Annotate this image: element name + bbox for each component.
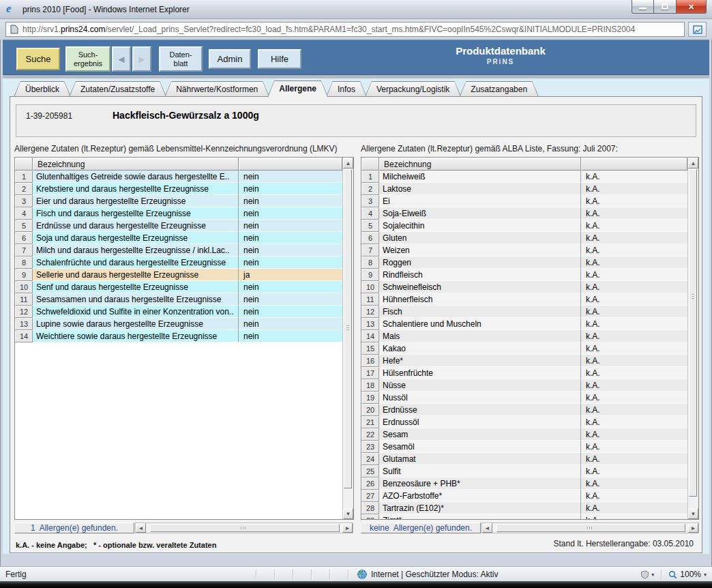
table-row[interactable]: 8 Roggen k.A.	[361, 256, 687, 269]
table-row[interactable]: 2 Krebstiere und daraus hergestellte Erz…	[15, 183, 342, 195]
row-number[interactable]: 13	[361, 318, 379, 330]
row-number[interactable]: 29	[361, 514, 379, 519]
row-number[interactable]: 22	[361, 428, 379, 441]
datasheet-button[interactable]: Daten- blatt	[159, 46, 203, 72]
table-row[interactable]: 29 Zimt* k.A.	[361, 514, 687, 519]
row-number[interactable]: 27	[361, 490, 379, 502]
table-row[interactable]: 4 Soja-Eiweiß k.A.	[361, 207, 687, 220]
column-header-value[interactable]	[581, 158, 687, 171]
row-number[interactable]: 14	[361, 330, 379, 342]
column-header-bezeichnung[interactable]: Bezeichnung	[33, 158, 239, 171]
row-number[interactable]: 12	[15, 306, 33, 318]
close-button[interactable]: ×	[677, 0, 707, 14]
scroll-up-button[interactable]: ▲	[688, 158, 698, 168]
back-button[interactable]: ◄	[112, 46, 131, 72]
row-number[interactable]: 6	[361, 232, 379, 244]
row-number[interactable]: 3	[361, 195, 379, 207]
row-number[interactable]: 19	[361, 392, 379, 404]
table-row[interactable]: 10 Senf und daraus hergestellte Erzeugni…	[15, 281, 342, 293]
alba-vertical-scrollbar[interactable]: ▲ ▼	[687, 158, 698, 519]
row-number[interactable]: 25	[361, 465, 379, 477]
table-row[interactable]: 10 Schweinefleisch k.A.	[361, 281, 687, 293]
table-row[interactable]: 21 Erdnussöl k.A.	[361, 416, 687, 428]
row-number[interactable]: 14	[15, 330, 33, 342]
table-row[interactable]: 16 Hefe* k.A.	[361, 355, 687, 367]
table-row[interactable]: 2 Laktose k.A.	[361, 183, 687, 195]
admin-button[interactable]: Admin	[209, 49, 251, 69]
scroll-left-button[interactable]: ◄	[136, 523, 146, 533]
table-row[interactable]: 18 Nüsse k.A.	[361, 379, 687, 392]
maximize-button[interactable]	[654, 0, 677, 14]
table-row[interactable]: 11 Sesamsamen und daraus hergestellte Er…	[15, 293, 342, 306]
url-input[interactable]: http://srv1.prins24.com/servlet/_Load_pr…	[5, 22, 685, 37]
table-row[interactable]: 27 AZO-Farbstoffe* k.A.	[361, 490, 687, 502]
search-button[interactable]: Suche	[16, 48, 60, 70]
table-row[interactable]: 14 Weichtiere sowie daraus hergestellte …	[15, 330, 342, 342]
scroll-right-button[interactable]: ►	[688, 523, 698, 533]
alba-horizontal-scrollbar[interactable]: ◄ ►	[481, 523, 699, 533]
row-number[interactable]: 4	[361, 207, 379, 220]
row-number[interactable]: 11	[361, 293, 379, 306]
row-number[interactable]: 6	[15, 232, 33, 244]
row-number[interactable]: 5	[15, 220, 33, 232]
row-number[interactable]: 24	[361, 453, 379, 465]
lmkv-horizontal-scrollbar[interactable]: ◄ ►	[135, 523, 353, 533]
search-results-button[interactable]: Such- ergebnis	[65, 46, 110, 72]
row-number[interactable]: 2	[361, 183, 379, 195]
scroll-down-button[interactable]: ▼	[343, 508, 353, 519]
table-row[interactable]: 17 Hülsenfrüchte k.A.	[361, 367, 687, 379]
table-row[interactable]: 24 Glutamat k.A.	[361, 453, 687, 465]
table-row[interactable]: 9 Sellerie und daraus hergestellte Erzeu…	[15, 269, 342, 281]
table-row[interactable]: 5 Erdnüsse und daraus hergestellte Erzeu…	[15, 220, 342, 232]
row-number[interactable]: 8	[361, 256, 379, 269]
row-number[interactable]: 26	[361, 477, 379, 490]
lmkv-status-button[interactable]: 1 Allergen(e) gefunden.	[14, 523, 134, 533]
row-number[interactable]: 16	[361, 355, 379, 367]
table-row[interactable]: 22 Sesam k.A.	[361, 428, 687, 441]
scroll-left-button[interactable]: ◄	[482, 523, 492, 533]
table-row[interactable]: 15 Kakao k.A.	[361, 342, 687, 355]
table-row[interactable]: 13 Lupine sowie daraus hergestellte Erze…	[15, 318, 342, 330]
tab[interactable]: Zusatzangaben	[459, 81, 539, 97]
table-row[interactable]: 8 Schalenfrüchte und daraus hergestellte…	[15, 256, 342, 269]
row-number[interactable]: 21	[361, 416, 379, 428]
forward-button[interactable]: ►	[132, 46, 151, 72]
row-number[interactable]: 8	[15, 256, 33, 269]
table-row[interactable]: 12 Schwefeldioxid und Sulfite in einer K…	[15, 306, 342, 318]
table-row[interactable]: 14 Mais k.A.	[361, 330, 687, 342]
row-number[interactable]: 9	[361, 269, 379, 281]
zoom-level-button[interactable]: 100% ▾	[668, 570, 707, 579]
row-number[interactable]: 17	[361, 367, 379, 379]
row-number[interactable]: 2	[15, 183, 33, 195]
table-row[interactable]: 19 Nussöl k.A.	[361, 392, 687, 404]
row-number[interactable]: 12	[361, 306, 379, 318]
table-row[interactable]: 7 Milch und daraus hergestellte Erzeugni…	[15, 244, 342, 256]
row-number[interactable]: 9	[15, 269, 33, 281]
alba-status-button[interactable]: keine Allergen(e) gefunden.	[361, 523, 481, 533]
row-number[interactable]: 4	[15, 207, 33, 220]
row-number[interactable]: 3	[15, 195, 33, 207]
row-number[interactable]: 10	[361, 281, 379, 293]
table-row[interactable]: 28 Tartrazin (E102)* k.A.	[361, 502, 687, 514]
tab[interactable]: Verpackung/Logistik	[365, 81, 461, 97]
row-number[interactable]: 28	[361, 502, 379, 514]
minimize-button[interactable]	[632, 0, 654, 14]
column-header-bezeichnung[interactable]: Bezeichnung	[379, 158, 581, 171]
column-header-value[interactable]	[239, 158, 342, 171]
scrollbar-thumb[interactable]	[496, 524, 685, 532]
compatibility-view-button[interactable]	[688, 22, 707, 37]
tab[interactable]: Infos	[326, 81, 367, 97]
scrollbar-thumb[interactable]	[344, 169, 352, 488]
table-row[interactable]: 25 Sulfit k.A.	[361, 465, 687, 477]
row-number[interactable]: 5	[361, 220, 379, 232]
tab[interactable]: Überblick	[14, 81, 71, 97]
table-row[interactable]: 6 Soja und daraus hergestellte Erzeugnis…	[15, 232, 342, 244]
table-row[interactable]: 11 Hühnerfleisch k.A.	[361, 293, 687, 306]
table-row[interactable]: 12 Fisch k.A.	[361, 306, 687, 318]
table-row[interactable]: 13 Schalentiere und Muscheln k.A.	[361, 318, 687, 330]
row-number[interactable]: 1	[361, 171, 379, 183]
row-number[interactable]: 1	[15, 171, 33, 183]
table-row[interactable]: 3 Eier und daraus hergestellte Erzeugnis…	[15, 195, 342, 207]
scroll-down-button[interactable]: ▼	[688, 508, 698, 519]
table-row[interactable]: 3 Ei k.A.	[361, 195, 687, 207]
